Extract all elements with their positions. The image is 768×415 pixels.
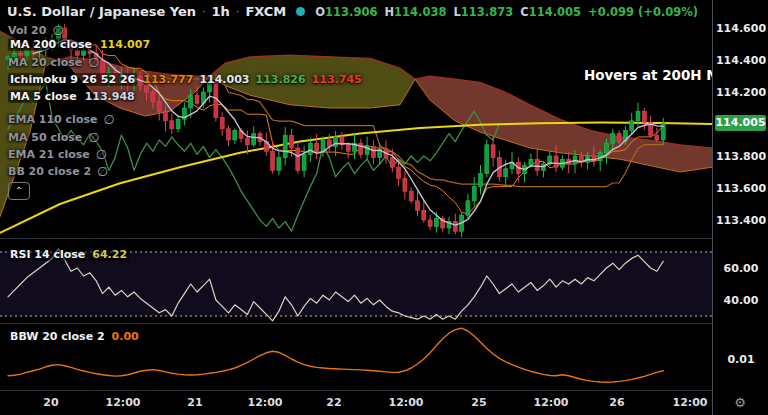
trading-chart-window: U.S. Dollar / Japanese Yen · 1h · FXCM O… — [0, 0, 768, 415]
time-tick: 21 — [187, 396, 202, 409]
eye-off-icon[interactable]: ∅ — [103, 115, 114, 125]
chart-header: U.S. Dollar / Japanese Yen · 1h · FXCM O… — [7, 4, 698, 19]
legend-item-ma50[interactable]: MA 50 close ∅ — [8, 131, 100, 144]
bbw-value: 0.00 — [112, 330, 139, 343]
time-tick: 20 — [43, 396, 58, 409]
legend-item-volume[interactable]: Vol 20 ∅ — [8, 24, 64, 37]
separator-dot: · — [236, 5, 240, 18]
axis-settings-gear-icon[interactable]: ⚙ — [712, 391, 768, 415]
legend-item-ema110[interactable]: EMA 110 close ∅ — [8, 113, 115, 126]
price-tick: 114.400 — [713, 54, 768, 67]
legend-item-bbw[interactable]: BBW 20 close 2 0.00 — [8, 330, 141, 343]
ma200-value: 114.007 — [100, 38, 150, 51]
time-tick: 12:00 — [388, 396, 423, 409]
time-tick: 26 — [609, 396, 624, 409]
collapse-legend-button[interactable]: ⌃ — [8, 182, 30, 200]
symbol-title[interactable]: U.S. Dollar / Japanese Yen — [7, 4, 196, 19]
time-tick: 12:00 — [247, 396, 282, 409]
eye-off-icon[interactable]: ∅ — [52, 26, 63, 36]
eye-off-icon[interactable]: ∅ — [88, 133, 99, 143]
legend-item-ichimoku[interactable]: Ichimoku 9 26 52 26 113.777 114.003 113.… — [8, 73, 362, 86]
last-price-badge: 114.005 — [715, 115, 766, 131]
eye-off-icon[interactable]: ∅ — [88, 58, 99, 68]
price-tick: 114.600 — [713, 22, 768, 35]
eye-off-icon[interactable]: ∅ — [97, 167, 108, 177]
price-tick: 114.200 — [713, 86, 768, 99]
chart-canvas[interactable] — [0, 0, 768, 415]
rsi-tick: 40.00 — [713, 294, 768, 307]
ohlc-readout: O113.906 H114.038 L113.873 C114.005 +0.0… — [315, 5, 698, 19]
separator-dot: · — [202, 5, 206, 18]
time-axis[interactable]: 20 12:00 21 12:00 22 12:00 25 12:00 26 1… — [0, 391, 712, 415]
bbw-tick: 0.01 — [713, 353, 768, 366]
interval-label[interactable]: 1h — [212, 4, 230, 19]
time-tick: 25 — [471, 396, 486, 409]
legend-item-ma20[interactable]: MA 20 close ∅ — [8, 56, 100, 69]
time-tick: 12:00 — [533, 396, 568, 409]
legend-item-rsi[interactable]: RSI 14 close 64.22 — [8, 248, 129, 261]
price-axis[interactable]: 114.600 114.400 114.200 113.800 113.600 … — [712, 0, 768, 415]
price-tick: 113.400 — [713, 214, 768, 227]
ichimoku-lead-value: 113.745 — [312, 73, 362, 86]
rsi-value: 64.22 — [92, 248, 127, 261]
change-readout: +0.099 (+0.09%) — [588, 5, 698, 19]
chart-annotation: Hovers at 200H MA — [584, 67, 730, 83]
exchange-label: FXCM — [245, 4, 286, 19]
time-tick: 22 — [326, 396, 341, 409]
ichimoku-lagging-value: 113.826 — [256, 73, 306, 86]
rsi-tick: 60.00 — [713, 262, 768, 275]
ichimoku-conversion-value: 113.777 — [143, 73, 193, 86]
eye-off-icon[interactable]: ∅ — [96, 150, 107, 160]
time-tick: 12:00 — [672, 396, 707, 409]
ichimoku-base-value: 114.003 — [199, 73, 249, 86]
legend-item-ma5[interactable]: MA 5 close 113.948 — [8, 90, 135, 103]
legend-item-bb20[interactable]: BB 20 close 2 ∅ — [8, 165, 108, 178]
price-tick: 113.800 — [713, 150, 768, 163]
market-status-icon — [296, 7, 305, 16]
price-tick: 113.600 — [713, 182, 768, 195]
time-tick: 12:00 — [105, 396, 140, 409]
legend-item-ema21[interactable]: EMA 21 close ∅ — [8, 148, 107, 161]
ma5-value: 113.948 — [85, 90, 135, 103]
legend-item-ma200[interactable]: MA 200 close 114.007 — [8, 38, 150, 51]
